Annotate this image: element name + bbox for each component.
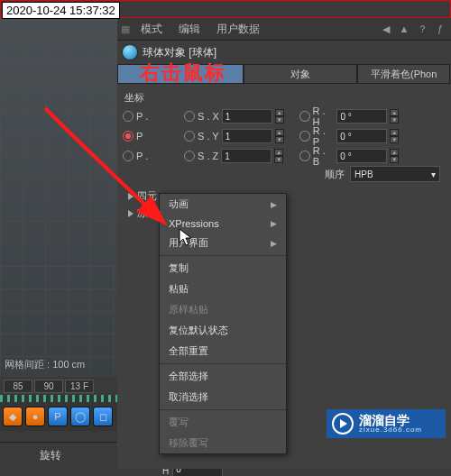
tool-label: 旋转 [40, 448, 61, 463]
scale-x-input[interactable] [222, 109, 272, 124]
order-label: 顺序 [325, 168, 345, 181]
submenu-arrow-icon: ▶ [271, 200, 277, 209]
frame-input[interactable]: 90 [34, 380, 63, 393]
object-name: 球体对象 [球体] [143, 45, 216, 60]
coord-sz-label: S . Z [198, 151, 218, 161]
menu-edit[interactable]: 编辑 [173, 20, 206, 39]
annotation-arrow [41, 104, 185, 257]
menu-userdata[interactable]: 用户数据 [211, 20, 265, 39]
nav-up-icon[interactable]: ▲ [397, 22, 411, 36]
rot-b-input[interactable] [336, 149, 387, 163]
play-circle-icon [332, 413, 354, 435]
key-radio[interactable] [184, 111, 195, 122]
record-keyframe-icon[interactable]: ◆ [3, 407, 23, 426]
key-rotation-icon[interactable]: ◯ [70, 407, 90, 426]
menu-separator [160, 363, 286, 364]
fn-icon[interactable]: ƒ [433, 22, 447, 36]
coord-rb-label: R . B [313, 145, 335, 167]
spinner[interactable]: ▲▼ [390, 129, 399, 143]
scale-y-input[interactable] [222, 129, 272, 143]
spinner[interactable]: ▲▼ [390, 149, 399, 163]
key-radio[interactable] [184, 131, 195, 142]
rot-p-input[interactable] [336, 129, 387, 143]
chevron-down-icon: ▾ [431, 169, 436, 179]
tab-phong[interactable]: 平滑着色(Phon [357, 64, 450, 84]
key-scale-icon[interactable]: ◻ [93, 407, 113, 426]
frame-input[interactable]: 85 [4, 380, 32, 393]
rotation-order-select[interactable]: HPB▾ [350, 166, 440, 182]
timeline-toolbar: ◆ ● P ◯ ◻ [0, 402, 117, 431]
ctx-deselect[interactable]: 取消选择 [160, 387, 286, 407]
mouse-cursor-icon [179, 228, 195, 248]
key-position-icon[interactable]: P [48, 407, 68, 426]
key-radio[interactable] [299, 151, 310, 161]
inspector-menubar: ▦ 模式 编辑 用户数据 ◀ ▲ ？ ƒ [117, 18, 451, 41]
logo-subtext: zixue.3d66.com [359, 426, 422, 434]
coord-sy-label: S . Y [198, 131, 219, 142]
nav-back-icon[interactable]: ◀ [379, 22, 393, 36]
ctx-paste-identical: 原样粘贴 [160, 299, 286, 320]
ctx-paste[interactable]: 粘贴 [160, 279, 286, 299]
spinner[interactable]: ▲▼ [390, 109, 399, 124]
ctx-reset-all[interactable]: 全部重置 [160, 341, 286, 362]
coord-rh-label: R . H [313, 105, 335, 127]
help-icon[interactable]: ？ [415, 22, 429, 36]
key-radio[interactable] [184, 151, 195, 161]
annotation-label: 右击鼠标 [140, 60, 226, 87]
sphere-icon [123, 45, 137, 60]
ctx-select-all[interactable]: 全部选择 [160, 366, 286, 387]
coord-sx-label: S . X [198, 111, 219, 122]
key-radio[interactable] [299, 111, 310, 122]
ctx-reset-default[interactable]: 复位默认状态 [160, 320, 286, 341]
viewport-grid-spacing: 网格间距 : 100 cm [5, 358, 85, 371]
watermark-logo: 溜溜自学 zixue.3d66.com [327, 409, 446, 438]
timeline-panel: 85 90 13 F ◆ ● P ◯ ◻ [0, 377, 117, 442]
ctx-override: 覆写 [160, 412, 286, 433]
autokey-icon[interactable]: ● [25, 407, 45, 426]
spinner[interactable]: ▲▼ [275, 129, 284, 143]
key-radio[interactable] [299, 131, 310, 142]
spinner[interactable]: ▲▼ [274, 149, 283, 163]
drag-handle-icon[interactable]: ▦ [121, 23, 130, 35]
frame-current[interactable]: 13 F [65, 380, 94, 393]
menu-mode[interactable]: 模式 [135, 20, 168, 39]
ctx-copy[interactable]: 复制 [160, 258, 286, 279]
logo-text: 溜溜自学 [359, 415, 422, 426]
submenu-arrow-icon: ▶ [271, 239, 277, 248]
coord-rp-label: R . P [313, 125, 335, 147]
rot-h-input[interactable] [336, 109, 387, 124]
submenu-arrow-icon: ▶ [271, 219, 277, 228]
menu-separator [160, 409, 286, 410]
timeline-frame-inputs: 85 90 13 F [0, 377, 117, 395]
ctx-remove-override: 移除覆写 [160, 433, 286, 453]
spinner[interactable]: ▲▼ [275, 109, 284, 124]
timeline-ruler[interactable] [0, 395, 117, 402]
timestamp: 2020-10-24 15:37:32 [2, 2, 120, 19]
scale-z-input[interactable] [221, 149, 272, 163]
tab-object[interactable]: 对象 [244, 64, 357, 84]
